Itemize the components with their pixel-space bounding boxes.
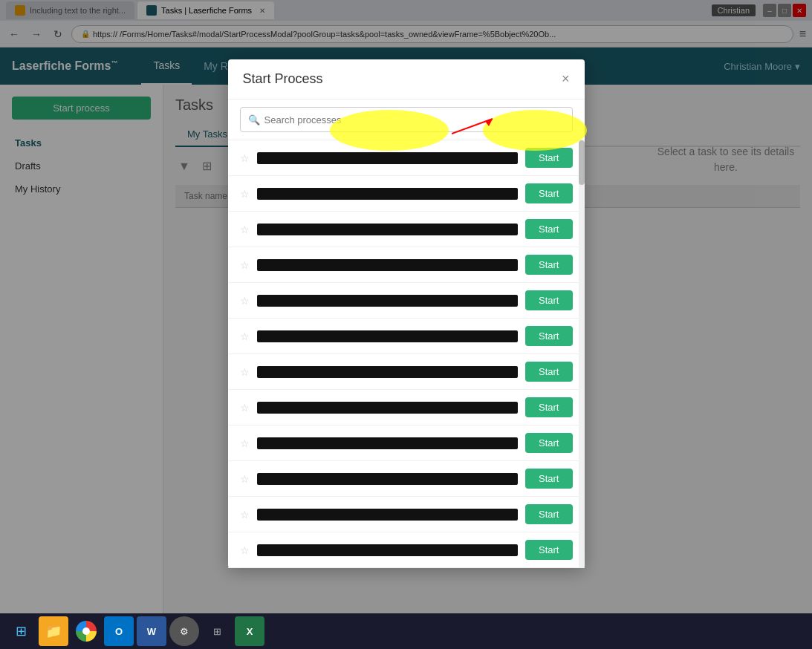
process-name-bar [257, 295, 519, 307]
star-icon[interactable]: ☆ [240, 544, 250, 556]
start-button[interactable]: Start [525, 433, 572, 453]
process-name-bar [257, 152, 519, 164]
list-item: ☆ Start [228, 532, 585, 568]
file-explorer-button[interactable]: 📁 [39, 616, 68, 646]
star-icon[interactable]: ☆ [240, 295, 250, 307]
star-icon[interactable]: ☆ [240, 188, 250, 200]
list-item: ☆ Start [228, 283, 585, 319]
list-item: ☆ Start [228, 497, 585, 532]
modal-header: Start Process × [228, 59, 585, 100]
star-icon[interactable]: ☆ [240, 402, 250, 414]
star-icon[interactable]: ☆ [240, 152, 250, 164]
taskbar: ⊞ 📁 O W ⚙ ⊞ X [0, 613, 812, 649]
start-button[interactable]: Start [525, 540, 572, 560]
start-button[interactable]: Start [525, 148, 572, 168]
star-icon[interactable]: ☆ [240, 509, 250, 521]
process-name-bar [257, 509, 519, 521]
start-button[interactable]: Start [525, 255, 572, 275]
search-input[interactable] [264, 114, 565, 125]
start-process-modal: Start Process × 🔍 ☆ Start ☆ Start ☆ [228, 59, 585, 568]
star-icon[interactable]: ☆ [240, 224, 250, 235]
chrome-icon [76, 621, 97, 642]
search-icon: 🔍 [248, 114, 260, 125]
modal-overlay[interactable]: Start Process × 🔍 ☆ Start ☆ Start ☆ [0, 0, 812, 649]
modal-search-bar: 🔍 [228, 100, 585, 140]
start-button[interactable]: Start [525, 469, 572, 489]
process-name-bar [257, 366, 519, 378]
list-item: ☆ Start [228, 354, 585, 390]
list-item: ☆ Start [228, 425, 585, 461]
start-button[interactable]: Start [525, 504, 572, 524]
apps-button[interactable]: ⊞ [202, 616, 232, 646]
process-name-bar [257, 259, 519, 271]
chrome-button[interactable] [71, 616, 101, 646]
start-button[interactable]: Start [525, 362, 572, 382]
list-item: ☆ Start [228, 319, 585, 354]
star-icon[interactable]: ☆ [240, 259, 250, 271]
chrome-inner-circle [82, 627, 90, 635]
excel-button[interactable]: X [235, 616, 264, 646]
modal-title: Start Process [243, 71, 323, 87]
other-app-button[interactable]: ⚙ [169, 616, 199, 646]
start-button[interactable]: Start [525, 183, 572, 203]
modal-close-button[interactable]: × [562, 71, 570, 87]
process-name-bar [257, 330, 519, 342]
star-icon[interactable]: ☆ [240, 437, 250, 449]
scrollbar-track[interactable] [579, 140, 585, 568]
star-icon[interactable]: ☆ [240, 330, 250, 342]
start-button[interactable]: Start [525, 397, 572, 417]
list-item: ☆ Start [228, 212, 585, 247]
scrollbar-thumb[interactable] [579, 140, 585, 185]
list-item: ☆ Start [228, 461, 585, 497]
process-list: ☆ Start ☆ Start ☆ Start ☆ Start ☆ [228, 140, 585, 568]
search-wrapper: 🔍 [240, 107, 573, 132]
star-icon[interactable]: ☆ [240, 366, 250, 378]
process-name-bar [257, 473, 519, 485]
start-button[interactable]: Start [525, 219, 572, 239]
outlook-button[interactable]: O [104, 616, 134, 646]
windows-start-button[interactable]: ⊞ [6, 616, 36, 646]
list-item: ☆ Start [228, 176, 585, 212]
process-name-bar [257, 544, 519, 556]
process-name-bar [257, 188, 519, 200]
list-item: ☆ Start [228, 390, 585, 425]
start-button[interactable]: Start [525, 326, 572, 346]
process-name-bar [257, 224, 519, 235]
start-button[interactable]: Start [525, 290, 572, 310]
process-name-bar [257, 402, 519, 414]
process-name-bar [257, 437, 519, 449]
list-item: ☆ Start [228, 140, 585, 176]
word-button[interactable]: W [137, 616, 166, 646]
star-icon[interactable]: ☆ [240, 473, 250, 485]
list-item: ☆ Start [228, 247, 585, 283]
